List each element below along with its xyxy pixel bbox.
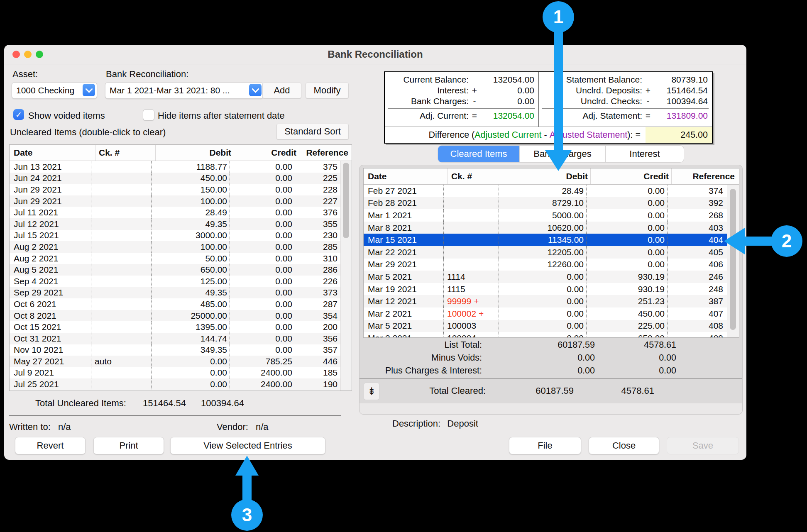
table-row[interactable]: Jun 29 2021150.000.00228: [10, 184, 341, 195]
cell-ref: 246: [667, 271, 727, 283]
revert-button[interactable]: Revert: [15, 437, 86, 454]
column-header-credit[interactable]: Credit: [590, 168, 671, 184]
screen: Bank Reconciliation Asset: 1000 Checking…: [0, 0, 807, 532]
save-button[interactable]: Save: [667, 437, 739, 454]
scrollbar-thumb[interactable]: [343, 163, 349, 238]
table-row[interactable]: Oct 31 2021144.740.00356: [10, 333, 341, 344]
table-row[interactable]: Jun 29 2021100.000.00227: [10, 195, 341, 207]
scrollbar-thumb[interactable]: [730, 189, 736, 330]
table-row[interactable]: Mar 5 20211000030.00225.00408: [364, 320, 727, 332]
cell-date: Sep 29 2021: [10, 287, 91, 299]
table-row[interactable]: Jul 15 20213000.000.00230: [10, 230, 341, 242]
tab-cleared-items[interactable]: Cleared Items: [438, 146, 519, 162]
zoom-window-icon[interactable]: [36, 51, 43, 58]
cleared-table: Date Ck. # Debit Credit Reference Feb 27…: [363, 168, 739, 338]
table-row[interactable]: Mar 29 202112260.000.00406: [364, 259, 727, 271]
cell-ref: 373: [295, 287, 341, 299]
table-row[interactable]: Mar 8 202110620.000.00403: [364, 222, 727, 234]
table-row[interactable]: Jul 25 20210.002400.00190: [10, 378, 341, 390]
cell-date: Oct 6 2021: [10, 298, 91, 310]
view-selected-entries-button[interactable]: View Selected Entries: [170, 437, 325, 454]
difference-row: Difference (Adjusted Current - Adjusted …: [385, 127, 712, 143]
cell-ref: 227: [295, 195, 341, 207]
table-row[interactable]: Sep 29 202149.350.00373: [10, 287, 341, 299]
cell-credit: 930.19: [586, 271, 667, 283]
standard-sort-button[interactable]: Standard Sort: [276, 124, 349, 139]
chevron-down-icon[interactable]: [249, 84, 262, 96]
asset-select[interactable]: 1000 Checking: [12, 82, 97, 99]
tab-interest[interactable]: Interest: [605, 146, 684, 162]
cell-ref: 185: [295, 367, 341, 379]
table-row[interactable]: Mar 15 202111345.000.00404: [364, 234, 727, 246]
cell-credit: 0.00: [230, 241, 295, 253]
table-row[interactable]: Mar 1 20215000.000.00268: [364, 209, 727, 222]
column-header-credit[interactable]: Credit: [234, 145, 299, 161]
table-row[interactable]: Mar 3 20211000040.00650.00409: [364, 332, 727, 337]
table-row[interactable]: Feb 28 20218729.100.00392: [364, 197, 727, 210]
plus-charges-debit: 0.00: [482, 366, 595, 376]
statement-balance-column: Statement Balance:80739.10 Unclrd. Depos…: [539, 72, 712, 127]
column-header-ck[interactable]: Ck. #: [95, 145, 155, 161]
table-row[interactable]: Mar 22 202112205.000.00405: [364, 246, 727, 259]
adj-current-value: 132054.00: [480, 111, 538, 121]
column-header-date[interactable]: Date: [364, 168, 448, 184]
cell-ck: [91, 298, 151, 310]
cell-debit: 100.00: [151, 241, 230, 253]
table-row[interactable]: Mar 12 202199999 +0.00251.23387: [364, 295, 727, 307]
list-total-credit: 4578.61: [595, 340, 676, 350]
vendor-label: Vendor: n/a: [217, 422, 269, 432]
add-button[interactable]: Add: [262, 83, 301, 98]
table-row[interactable]: May 27 2021auto0.00785.25446: [10, 356, 341, 367]
close-button[interactable]: Close: [589, 437, 659, 454]
cell-credit: 0.00: [230, 276, 295, 287]
show-voided-checkbox[interactable]: ✓: [13, 109, 24, 120]
table-row[interactable]: Feb 27 202128.490.00374: [364, 185, 727, 197]
cleared-scrollbar[interactable]: [727, 185, 739, 337]
file-button[interactable]: File: [509, 437, 581, 454]
cell-date: Oct 31 2021: [10, 333, 91, 344]
minimize-window-icon[interactable]: [24, 51, 32, 58]
modify-button[interactable]: Modify: [306, 83, 349, 98]
cell-credit: 0.00: [230, 173, 295, 184]
table-row[interactable]: Oct 15 20211395.000.00200: [10, 321, 341, 333]
table-row[interactable]: Nov 10 2021349.350.00357: [10, 344, 341, 356]
cell-ck: [91, 195, 151, 207]
table-row[interactable]: Sep 4 2021125.000.00226: [10, 276, 341, 287]
hide-items-checkbox[interactable]: [143, 109, 154, 121]
cell-date: Mar 12 2021: [364, 295, 443, 307]
column-header-date[interactable]: Date: [10, 145, 95, 161]
adj-current-label: Adj. Current:: [385, 111, 469, 121]
table-row[interactable]: Jun 24 2021450.000.00225: [10, 173, 341, 184]
cell-date: Jun 13 2021: [10, 161, 91, 173]
table-row[interactable]: Aug 5 2021650.000.00286: [10, 264, 341, 276]
cell-ref: 354: [295, 310, 341, 322]
cell-credit: 225.00: [586, 320, 667, 332]
chevron-down-icon[interactable]: [83, 84, 95, 96]
table-row[interactable]: Jun 13 20211188.770.00375: [10, 161, 341, 173]
table-row[interactable]: Oct 8 202125000.000.00354: [10, 310, 341, 322]
cell-debit: 49.35: [151, 218, 230, 230]
cell-ref: 446: [295, 356, 341, 367]
column-header-reference[interactable]: Reference: [299, 145, 352, 161]
table-row[interactable]: Aug 2 2021100.000.00285: [10, 241, 341, 253]
reconciliation-select[interactable]: Mar 1 2021-Mar 31 2021: 80 ...: [105, 82, 264, 99]
cell-debit: 5000.00: [499, 209, 586, 222]
table-row[interactable]: Jul 12 202149.350.00355: [10, 218, 341, 230]
table-row[interactable]: Jul 9 20210.002400.00185: [10, 367, 341, 379]
cell-debit: 150.00: [151, 184, 230, 195]
table-row[interactable]: Mar 5 202111140.00930.19246: [364, 271, 727, 283]
column-header-reference[interactable]: Reference: [671, 168, 739, 184]
table-row[interactable]: Oct 6 2021485.000.00287: [10, 298, 341, 310]
table-row[interactable]: Aug 2 202150.000.00310: [10, 253, 341, 264]
close-window-icon[interactable]: [12, 51, 20, 58]
cell-ref: 190: [295, 378, 341, 390]
column-header-debit[interactable]: Debit: [155, 145, 234, 161]
uncleared-scrollbar[interactable]: [340, 161, 352, 390]
table-row[interactable]: Jul 11 202128.490.00376: [10, 207, 341, 218]
column-header-ck[interactable]: Ck. #: [448, 168, 503, 184]
table-row[interactable]: Mar 19 202111150.00930.19248: [364, 283, 727, 295]
cell-ck: [91, 287, 151, 299]
print-button[interactable]: Print: [93, 437, 164, 454]
table-row[interactable]: Mar 2 2021100002 +0.00450.00407: [364, 307, 727, 320]
cell-ref: 285: [295, 241, 341, 253]
